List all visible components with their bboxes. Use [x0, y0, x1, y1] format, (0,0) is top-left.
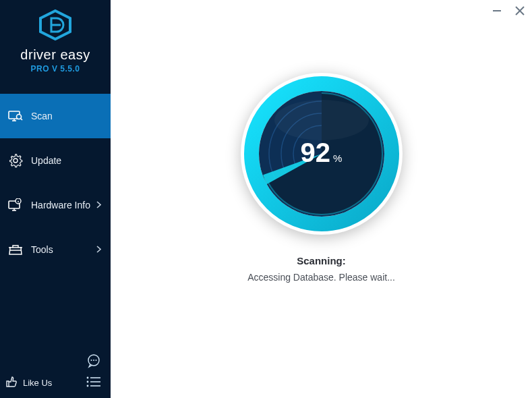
- close-button[interactable]: [513, 4, 527, 18]
- feedback-icon[interactable]: [86, 353, 101, 371]
- svg-point-5: [17, 115, 22, 119]
- monitor-info-icon: [8, 198, 23, 212]
- svg-point-20: [96, 360, 97, 361]
- status-detail: Accessing Database. Please wait...: [247, 272, 395, 283]
- brand-block: driver easy PRO V 5.5.0: [0, 0, 111, 80]
- progress-gauge: 92 %: [241, 73, 403, 235]
- progress-readout: 92 %: [301, 138, 343, 168]
- sidebar-item-update[interactable]: Update: [0, 138, 111, 183]
- sidebar-item-label: Update: [31, 155, 104, 166]
- sidebar-item-scan[interactable]: Scan: [0, 94, 111, 138]
- brand-name: driver easy: [20, 47, 90, 63]
- sidebar-item-label: Tools: [31, 244, 96, 255]
- toolbox-icon: [8, 242, 23, 257]
- brand-version: PRO V 5.5.0: [31, 64, 80, 74]
- svg-line-6: [21, 119, 23, 121]
- like-us-label: Like Us: [23, 378, 52, 388]
- progress-value: 92: [301, 138, 331, 168]
- menu-list-icon[interactable]: [86, 376, 101, 390]
- chevron-right-icon: [96, 244, 101, 256]
- sidebar: driver easy PRO V 5.5.0 Scan: [0, 0, 111, 398]
- chevron-right-icon: [96, 199, 101, 211]
- sidebar-nav: Scan Update Ha: [0, 94, 111, 272]
- status-title: Scanning:: [247, 255, 395, 266]
- logo-icon: [38, 9, 73, 43]
- main-panel: 92 % Scanning: Accessing Database. Pleas…: [111, 0, 532, 398]
- thumbs-up-icon: [5, 376, 18, 390]
- progress-unit: %: [333, 152, 342, 164]
- svg-point-25: [87, 385, 89, 387]
- svg-point-38: [274, 100, 369, 140]
- gear-icon: [8, 153, 23, 168]
- svg-point-18: [91, 360, 92, 361]
- svg-point-21: [87, 377, 89, 379]
- sidebar-footer: Like Us: [0, 358, 111, 398]
- status-block: Scanning: Accessing Database. Please wai…: [247, 255, 395, 283]
- sidebar-item-label: Hardware Info: [31, 200, 96, 210]
- svg-point-23: [87, 381, 89, 383]
- monitor-search-icon: [8, 109, 23, 123]
- minimize-button[interactable]: [490, 4, 504, 18]
- sidebar-item-label: Scan: [31, 111, 104, 121]
- svg-point-19: [93, 360, 94, 361]
- sidebar-item-hardware-info[interactable]: Hardware Info: [0, 183, 111, 227]
- scan-content: 92 % Scanning: Accessing Database. Pleas…: [111, 0, 532, 283]
- window-controls: [490, 4, 527, 18]
- svg-point-7: [13, 159, 18, 163]
- sidebar-item-tools[interactable]: Tools: [0, 227, 111, 272]
- like-us-button[interactable]: Like Us: [5, 376, 52, 390]
